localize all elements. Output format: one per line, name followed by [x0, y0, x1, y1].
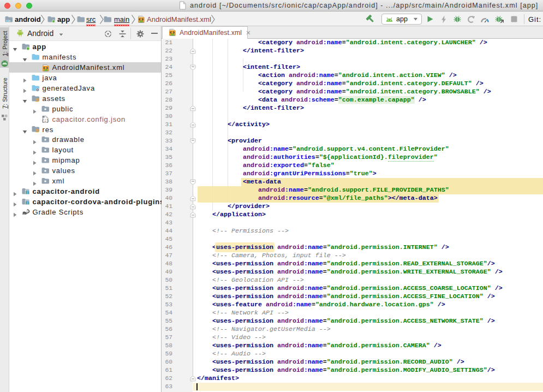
svg-text:{;}: {;}	[41, 119, 49, 123]
